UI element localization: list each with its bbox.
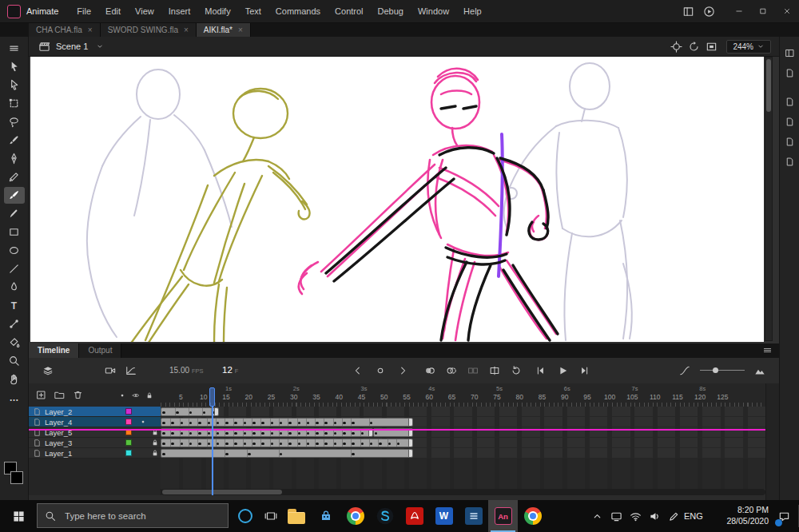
subselection-tool[interactable] [4,77,25,93]
document-tab[interactable]: SWORD SWING.fla× [101,22,197,37]
paint-brush-tool[interactable] [4,205,25,222]
more-tools[interactable]: … [4,389,25,406]
fluid-brush-tool[interactable] [4,132,25,149]
camera-button[interactable] [102,363,118,379]
align-panel-button[interactable] [782,46,797,61]
taskbar-search-input[interactable] [63,510,228,522]
step-back-button[interactable] [532,363,548,379]
document-tab[interactable]: AIKI.fla*× [197,22,251,37]
frames-row[interactable] [161,407,765,417]
timeline-zoom-slider[interactable] [700,366,745,375]
start-button[interactable] [0,500,37,532]
stage-vertical-scrollbar[interactable] [765,57,773,341]
menu-item-view[interactable]: View [128,0,161,22]
timeline-panel-menu-icon[interactable] [762,345,775,356]
close-tab-icon[interactable]: × [184,26,189,34]
language-indicator[interactable]: ENG [684,500,703,532]
hand-tool[interactable] [4,371,25,387]
properties-panel-button[interactable] [782,114,797,129]
selection-tool[interactable] [4,58,25,75]
cortana-icon[interactable] [238,509,252,523]
test-movie-icon[interactable] [698,0,719,22]
timeline-ruler[interactable]: 1s2s3s4s5s6s7s8s510152025303540455055606… [161,383,765,407]
taskbar-app-animate[interactable]: An [488,500,518,532]
clip-content-icon[interactable] [702,38,720,55]
layer-visibility-toggle[interactable] [137,418,149,426]
menu-item-debug[interactable]: Debug [371,0,411,22]
layer-outline-color-chip[interactable] [125,419,132,425]
library-panel-button[interactable] [782,134,797,149]
layer-row[interactable]: Layer_2 [29,407,161,417]
frames-row[interactable] [161,438,765,448]
line-tool[interactable] [4,260,25,277]
menu-item-control[interactable]: Control [328,0,370,22]
previous-keyframe-button[interactable] [350,363,366,379]
pen-tool[interactable] [4,150,25,167]
taskbar-app-skype[interactable] [370,500,400,532]
rectangle-tool[interactable] [4,224,25,240]
frame-span[interactable] [161,407,219,416]
center-stage-icon[interactable] [667,38,685,55]
layer-row[interactable]: Layer_3 [29,438,161,448]
play-button[interactable] [555,363,570,379]
new-folder-button[interactable] [54,389,66,401]
zoom-control[interactable]: 244% [726,40,771,54]
ink-bottle-tool[interactable] [4,279,25,296]
fps-display[interactable]: 15.00 FPS [169,358,204,383]
display-icon[interactable] [610,510,622,522]
volume-icon[interactable] [649,510,661,522]
menu-item-modify[interactable]: Modify [197,0,237,22]
rotate-stage-icon[interactable] [685,38,702,55]
stage-canvas[interactable] [30,56,764,342]
menu-item-window[interactable]: Window [411,0,456,22]
scene-name[interactable]: Scene 1 [56,42,88,51]
delete-layer-button[interactable] [72,389,84,401]
frame-view-button[interactable] [752,363,768,379]
onion-skin-outlines-button[interactable] [443,363,459,379]
next-keyframe-button[interactable] [395,363,411,379]
swatches-panel-button[interactable] [782,94,797,109]
menu-item-commands[interactable]: Commands [268,0,328,22]
action-center-icon[interactable] [772,500,796,532]
center-frame-button[interactable] [487,363,503,379]
taskbar-app-word[interactable]: W [429,500,459,532]
text-tool[interactable]: T [4,297,25,314]
zoom-tool[interactable] [4,352,25,369]
menu-item-file[interactable]: File [70,0,98,22]
layer-lock-toggle[interactable] [149,449,161,457]
advanced-layers-button[interactable] [40,363,56,379]
menu-item-text[interactable]: Text [238,0,268,22]
task-view-icon[interactable] [264,510,277,522]
toolbar-menu[interactable] [4,40,25,57]
menu-item-insert[interactable]: Insert [161,0,198,22]
scene-menu-caret-icon[interactable] [91,38,109,55]
taskbar-app-chrome-2[interactable] [518,500,547,532]
new-layer-button[interactable] [35,389,47,401]
taskbar-app-microsoft-store[interactable] [311,500,340,532]
playhead-line[interactable] [212,407,213,495]
frames-row[interactable] [161,448,765,459]
current-frame-display[interactable]: 12 F [222,358,238,383]
oval-tool[interactable] [4,242,25,259]
frame-graph-button[interactable] [123,363,139,379]
menu-item-help[interactable]: Help [456,0,489,22]
fill-color-swatch[interactable] [10,471,23,484]
layer-outline-color-chip[interactable] [125,439,132,446]
taskbar-search[interactable] [37,503,229,528]
scrollbar-thumb[interactable] [162,490,282,494]
close-tab-icon[interactable]: × [238,26,243,34]
timeline-tab-timeline[interactable]: Timeline [29,343,79,358]
taskbar-clock[interactable]: 8:20 PM 28/05/2020 [708,500,769,532]
window-minimize-button[interactable] [727,0,751,22]
taskbar-app-chrome[interactable] [340,500,370,532]
timeline-tab-output[interactable]: Output [79,343,121,358]
pen-icon[interactable] [668,510,680,522]
workspace-switcher-icon[interactable] [678,0,698,22]
loop-playback-button[interactable] [508,363,524,379]
pencil-tool[interactable] [4,169,25,185]
taskbar-app-file-explorer[interactable] [281,500,311,532]
layer-outline-color-chip[interactable] [125,408,132,415]
paint-bucket-tool[interactable] [4,334,25,351]
network-icon[interactable] [630,510,642,522]
frame-span[interactable] [161,418,413,427]
